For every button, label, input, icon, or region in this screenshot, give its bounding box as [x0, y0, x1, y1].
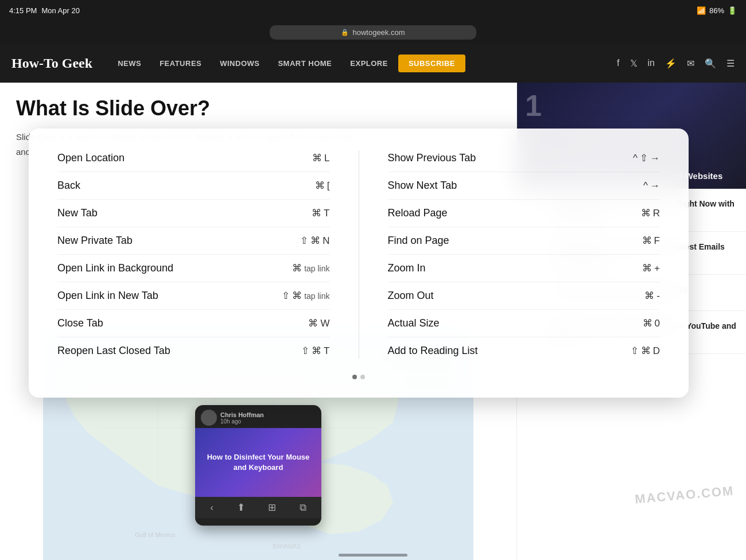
date: Mon Apr 20	[41, 6, 80, 15]
key-bracket: [	[327, 180, 330, 192]
shortcut-back: Back ⌘ [	[57, 172, 330, 200]
shortcut-open-location: Open Location ⌘ L	[57, 145, 330, 172]
shortcut-actual-size: Actual Size ⌘ 0	[388, 310, 660, 337]
shift-sym-2: ⇧	[282, 290, 290, 302]
cmd-sym-9: ⌘	[641, 207, 651, 219]
site-logo[interactable]: How-To Geek	[11, 56, 92, 71]
shortcut-show-prev-tab: Show Previous Tab ^ ⇧ →	[388, 145, 660, 172]
shortcut-label-new-tab: New Tab	[57, 207, 98, 219]
shortcut-new-tab: New Tab ⌘ T	[57, 200, 330, 227]
facebook-icon[interactable]: f	[617, 58, 619, 68]
shortcut-keys-show-prev-tab: ^ ⇧ →	[633, 152, 660, 164]
nav-explore[interactable]: EXPLORE	[342, 55, 396, 72]
dot-1	[352, 375, 357, 379]
featured-number: 1	[525, 88, 542, 123]
author-avatar	[201, 410, 217, 426]
nav-windows[interactable]: WINDOWS	[212, 55, 267, 72]
nav-news[interactable]: NEWS	[110, 55, 149, 72]
email-icon[interactable]: ✉	[687, 58, 694, 69]
bottom-card-header: Chris Hoffman 10h ago	[195, 405, 321, 428]
menu-icon[interactable]: ☰	[726, 58, 735, 69]
back-nav-icon[interactable]: ‹	[210, 502, 213, 514]
shortcut-label-close-tab: Close Tab	[57, 317, 103, 329]
twitter-icon[interactable]: 𝕏	[630, 58, 638, 69]
shortcut-open-link-new-tab: Open Link in New Tab ⇧ ⌘ tap link	[57, 282, 330, 310]
key-minus: -	[656, 290, 660, 302]
shortcut-label-reading-list: Add to Reading List	[388, 345, 478, 357]
shortcut-label-open-link-new-tab: Open Link in New Tab	[57, 290, 158, 302]
nav-icons: f 𝕏 in ⚡ ✉ 🔍 ☰	[617, 58, 735, 69]
url-bar[interactable]: 🔒 howtogeek.com	[270, 25, 476, 40]
shortcut-zoom-out: Zoom Out ⌘ -	[388, 282, 660, 310]
key-t: T	[324, 208, 329, 219]
status-left: 4:15 PM Mon Apr 20	[9, 6, 80, 15]
shortcut-open-link-bg: Open Link in Background ⌘ tap link	[57, 255, 330, 282]
cmd-sym-3: ⌘	[312, 207, 321, 219]
rss-icon[interactable]: ⚡	[665, 58, 677, 69]
nav-smart-home[interactable]: SMART HOME	[270, 55, 340, 72]
subscribe-button[interactable]: SUBSCRIBE	[398, 55, 465, 72]
shortcut-right-col: Show Previous Tab ^ ⇧ → Show Next Tab ^ …	[359, 145, 689, 364]
cmd-sym-2: ⌘	[315, 180, 325, 192]
key-t2: T	[324, 345, 329, 357]
cmd-sym-13: ⌘	[643, 317, 652, 329]
shortcut-reopen-last: Reopen Last Closed Tab ⇧ ⌘ T	[57, 337, 330, 364]
shift-sym: ⇧	[300, 235, 308, 247]
nav-features[interactable]: FEATURES	[151, 55, 209, 72]
shortcut-grid: Open Location ⌘ L Back ⌘ [ New Tab	[29, 145, 689, 364]
ctrl-sym-2: ^	[643, 180, 648, 192]
shortcut-show-next-tab: Show Next Tab ^ →	[388, 172, 660, 200]
battery-icon: 🔋	[728, 6, 737, 15]
shortcut-keys-new-tab: ⌘ T	[312, 207, 329, 219]
main-content: What Is Slide Over? Slide Over is a way …	[0, 83, 746, 560]
shortcut-left-col: Open Location ⌘ L Back ⌘ [ New Tab	[29, 145, 359, 364]
shortcut-keys-back: ⌘ [	[315, 180, 330, 192]
cmd-sym-6: ⌘	[292, 290, 302, 302]
nav-links: NEWS FEATURES WINDOWS SMART HOME EXPLORE…	[110, 55, 610, 72]
search-icon[interactable]: 🔍	[705, 58, 716, 69]
share-icon[interactable]: ⬆	[237, 501, 245, 514]
shortcut-label-reload: Reload Page	[388, 207, 448, 219]
linkedin-icon[interactable]: in	[648, 58, 655, 68]
page-dots	[29, 375, 689, 379]
time: 4:15 PM	[9, 6, 37, 15]
shortcut-new-private-tab: New Private Tab ⇧ ⌘ N	[57, 227, 330, 255]
home-indicator	[339, 554, 407, 557]
shortcut-keys-find: ⌘ F	[642, 235, 660, 247]
shortcut-reading-list: Add to Reading List ⇧ ⌘ D	[388, 337, 660, 364]
cmd-sym: ⌘	[312, 152, 322, 164]
shortcut-label-zoom-in: Zoom In	[388, 262, 426, 274]
bottom-card: Chris Hoffman 10h ago How to Disinfect Y…	[195, 405, 321, 526]
key-w: W	[320, 318, 329, 329]
key-d: D	[653, 345, 660, 357]
status-bar: 4:15 PM Mon Apr 20 📶 86% 🔋	[0, 0, 746, 21]
shortcut-find: Find on Page ⌘ F	[388, 227, 660, 255]
arrow-right-1: →	[650, 153, 660, 164]
status-right: 📶 86% 🔋	[697, 6, 737, 15]
shortcut-keys-open-link-new-tab: ⇧ ⌘ tap link	[282, 290, 329, 302]
ctrl-sym: ^	[633, 153, 638, 164]
cmd-sym-11: ⌘	[642, 262, 652, 274]
author-name: Chris Hoffman	[220, 411, 264, 418]
shift-sym-4: ⇧	[640, 152, 648, 164]
shortcut-label-show-prev-tab: Show Previous Tab	[388, 152, 476, 164]
tab-icon[interactable]: ⊞	[268, 501, 276, 514]
shortcut-keys-open-link-bg: ⌘ tap link	[292, 262, 329, 274]
shortcut-keys-zoom-out: ⌘ -	[644, 290, 660, 302]
key-plus: +	[654, 263, 660, 274]
card-toolbar: ‹ ⬆ ⊞ ⧉	[195, 497, 321, 518]
shortcut-label-back: Back	[57, 180, 80, 192]
shortcut-label-new-private-tab: New Private Tab	[57, 235, 133, 247]
shortcut-keys-new-private-tab: ⇧ ⌘ N	[300, 235, 329, 247]
shortcut-label-zoom-out: Zoom Out	[388, 290, 434, 302]
shortcut-close-tab: Close Tab ⌘ W	[57, 310, 330, 337]
article-title: What Is Slide Over?	[16, 96, 500, 120]
copy-icon[interactable]: ⧉	[300, 502, 306, 514]
arrow-right-2: →	[650, 180, 660, 192]
card-title: How to Disinfect Your Mouse and Keyboard	[201, 452, 316, 473]
key-tap-link-2: tap link	[304, 291, 329, 301]
post-time: 10h ago	[220, 418, 264, 425]
watermark: MACVAO.COM	[635, 483, 735, 507]
shortcut-keys-zoom-in: ⌘ +	[642, 262, 660, 274]
cmd-sym-7: ⌘	[308, 317, 318, 329]
